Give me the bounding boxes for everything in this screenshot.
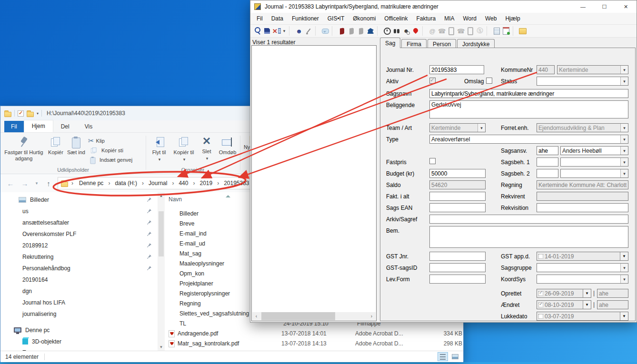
phone-icon[interactable]: ☎ [457, 26, 465, 36]
properties-check-icon[interactable] [18, 110, 24, 117]
dropdown-arrow-icon[interactable] [620, 124, 628, 132]
scrollbar-thumb[interactable] [261, 312, 335, 320]
delete-button[interactable]: ✕ Slet [198, 136, 216, 161]
sidebar-item[interactable]: Denne pc [0, 325, 158, 336]
breadcrumb-separator-icon[interactable] [190, 180, 197, 187]
forret-enh-select[interactable]: Ejendomsudvikling & Plan [537, 123, 628, 132]
sidebar-scrollbar[interactable]: ▲ ▼ [158, 192, 165, 351]
kommune-name-select[interactable]: Kerteminde [557, 65, 628, 74]
dropdown-arrow-icon[interactable] [620, 77, 628, 85]
breadcrumb-item[interactable]: Denne pc [77, 178, 112, 188]
team-art-select[interactable]: Kerteminde [429, 123, 486, 132]
calendar-add-icon[interactable] [502, 26, 510, 36]
dropdown-arrow-icon[interactable] [583, 301, 591, 309]
file-row[interactable]: Andragende.pdf 13-07-2018 14:01 Adobe Ac… [165, 328, 464, 338]
skype-icon[interactable]: Ⓢ [476, 26, 484, 36]
menu-item[interactable]: Officelink [380, 13, 412, 24]
save-icon[interactable] [263, 26, 271, 36]
person-search-icon[interactable]: ☻ [402, 26, 410, 36]
breadcrumb-item[interactable]: data (H:) [112, 178, 146, 188]
ribbon-tab[interactable]: Fil [4, 121, 24, 132]
sagsbeh2-select[interactable] [560, 169, 628, 178]
menu-item[interactable]: Funktioner [288, 13, 323, 24]
binoculars-icon[interactable] [392, 26, 401, 36]
results-list[interactable]: ‹ › [251, 45, 377, 321]
menu-item[interactable]: Økonomi [348, 13, 380, 24]
sagsbeh1-select[interactable] [560, 157, 628, 167]
toolbar-item[interactable] [315, 26, 318, 36]
date-checkbox[interactable] [538, 254, 543, 259]
sagsgruppe-select[interactable] [537, 263, 628, 272]
dropdown-arrow-icon[interactable] [620, 275, 628, 283]
omslag-checkbox[interactable] [486, 78, 492, 84]
dropdown-arrow-icon[interactable] [620, 147, 628, 155]
folder-icon[interactable] [27, 112, 34, 117]
delete-rows-icon[interactable]: ✕ [272, 26, 281, 36]
person-icon[interactable]: ☻ [295, 26, 303, 36]
arkiv-sagref-input[interactable] [429, 215, 628, 224]
sidebar-item[interactable]: journalisering [0, 308, 158, 320]
copy-path-button[interactable]: Kopiér sti [88, 146, 123, 155]
minimize-button[interactable]: — [572, 0, 594, 13]
back-arrow-icon[interactable]: ← [5, 178, 16, 188]
menu-item[interactable]: GIS•IT [323, 13, 349, 24]
sagsansv-select[interactable]: Anders Heebøll [560, 146, 628, 155]
breadcrumb-item[interactable]: 20195383 [221, 178, 251, 188]
journal-tab[interactable]: Sag [380, 38, 400, 48]
dropdown-arrow-icon[interactable] [478, 124, 485, 132]
dropdown-arrow-icon[interactable] [620, 252, 628, 260]
status-select[interactable] [537, 77, 628, 86]
sagsbeh2-code-input[interactable] [537, 169, 558, 178]
sagsbeh1-code-input[interactable] [537, 157, 558, 167]
move-to-button[interactable]: Flyt til [148, 136, 170, 162]
sidebar-item[interactable]: Overenskomster PLF [0, 228, 158, 240]
dropdown-arrow-icon[interactable] [620, 135, 628, 143]
dropdown-arrow-icon[interactable] [620, 312, 628, 320]
breadcrumb-separator-icon[interactable] [106, 180, 112, 187]
sidebar-item[interactable]: Personalehåndbog [0, 263, 158, 274]
bem-textarea[interactable] [429, 226, 628, 248]
maximize-button[interactable]: ☐ [594, 0, 615, 13]
close-button[interactable]: ✕ [615, 0, 637, 13]
toolbar-item[interactable] [422, 26, 426, 36]
breadcrumb-separator-icon[interactable] [169, 180, 176, 187]
date-checkbox[interactable] [538, 303, 543, 307]
breadcrumb-item[interactable]: 440 [176, 178, 197, 188]
toolbar-item[interactable] [487, 26, 490, 36]
dropdown-arrow-icon[interactable] [620, 66, 628, 74]
journal-tab[interactable]: Person [428, 39, 456, 48]
gst-sagsid-input[interactable] [429, 263, 486, 272]
lev-form-input[interactable] [429, 275, 486, 284]
ribbon-tab[interactable]: Del [53, 121, 77, 132]
sags-ean-input[interactable] [429, 203, 486, 212]
menu-item[interactable]: Web [481, 13, 501, 24]
thumbnail-view-button[interactable] [450, 352, 460, 361]
fakt-i-alt-input[interactable] [429, 192, 486, 201]
budget-input[interactable] [429, 169, 486, 178]
mobile-icon[interactable] [447, 26, 456, 36]
toolbar-item[interactable] [377, 26, 380, 36]
scroll-up-icon[interactable]: ▲ [158, 192, 165, 199]
gst-jnr-input[interactable] [429, 252, 486, 261]
journal-tab[interactable]: Jordstykke [457, 39, 495, 48]
paste-shortcut-button[interactable]: Indsæt genvej [88, 156, 132, 164]
date-checkbox[interactable] [538, 291, 543, 296]
toolbar-item[interactable] [332, 26, 335, 36]
open-folder-icon[interactable] [518, 26, 527, 36]
rekvisition-input[interactable] [537, 203, 628, 212]
copy-button[interactable]: Kopiér [45, 136, 66, 156]
scroll-right-icon[interactable]: › [368, 312, 376, 320]
aktiv-checkbox[interactable] [429, 78, 436, 84]
dropdown-arrow-icon[interactable] [620, 158, 628, 166]
map-pin-icon[interactable] [411, 26, 420, 36]
clock-icon[interactable] [383, 26, 391, 36]
dropdown-arrow-icon[interactable] [583, 289, 591, 297]
ribbon-tab[interactable]: Hjem [24, 120, 53, 132]
customize-quick-access-chevron-icon[interactable]: ▾ [37, 111, 39, 116]
phone-icon[interactable]: ☎ [438, 26, 446, 36]
at-icon[interactable]: @ [428, 26, 437, 36]
menu-item[interactable]: Fil [252, 13, 267, 24]
sidebar-item[interactable]: 20190164 [0, 274, 158, 285]
note-date-icon[interactable] [492, 26, 501, 36]
dropdown-caret-icon[interactable]: ▾ [282, 26, 287, 36]
